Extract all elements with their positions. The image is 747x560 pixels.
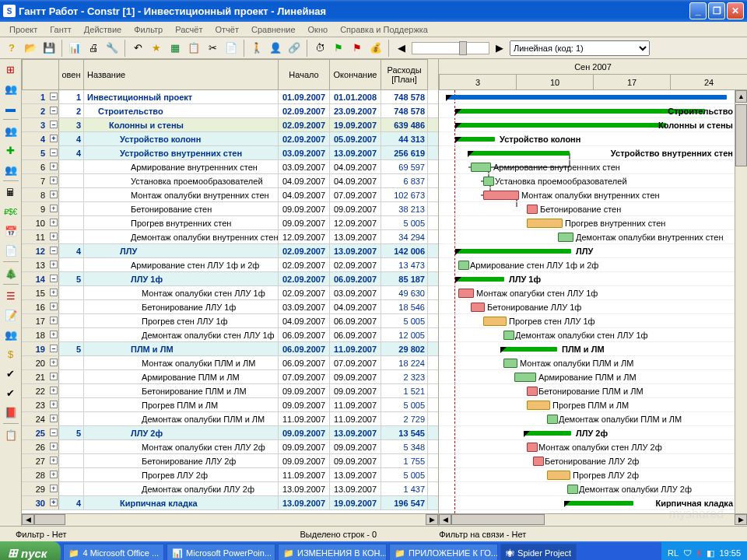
row-end[interactable]: 13.09.2007 xyxy=(330,230,381,243)
minimize-button[interactable]: _ xyxy=(689,2,707,19)
row-end[interactable]: 06.09.2007 xyxy=(330,314,381,327)
row-index[interactable]: 14– xyxy=(22,272,59,285)
row-cost[interactable]: 2 323 xyxy=(381,370,428,383)
row-name[interactable]: Прогрев ЛЛУ 2ф xyxy=(84,468,279,481)
row-cost[interactable]: 5 348 xyxy=(381,440,428,453)
gantt-bar[interactable] xyxy=(527,219,563,228)
gantt-bar[interactable] xyxy=(456,249,571,254)
gantt-row[interactable]: ЛЛУ 2ф xyxy=(439,426,747,440)
row-start[interactable]: 03.09.2007 xyxy=(279,160,330,173)
side-calendar-icon[interactable]: 📅 xyxy=(2,222,19,240)
gantt-row[interactable]: Монтаж опалубки стен ЛЛУ 2ф xyxy=(439,440,747,454)
row-name[interactable]: Бетонирование стен xyxy=(84,202,279,215)
expand-icon[interactable]: – xyxy=(50,121,58,128)
row-cost[interactable]: 748 578 xyxy=(381,90,428,103)
gantt-bar[interactable] xyxy=(483,177,494,186)
table-row[interactable]: 22+Бетонирование ПЛМ и ЛМ09.09.200709.09… xyxy=(22,384,438,398)
gantt-row[interactable]: Устройство колонн xyxy=(439,132,747,146)
gantt-row[interactable]: Прогрев ЛЛУ 2ф xyxy=(439,468,747,482)
row-cost[interactable]: 748 578 xyxy=(381,104,428,117)
gantt-bar[interactable] xyxy=(468,151,570,156)
table-row[interactable]: 11+Демонтаж опалубки внутренних стен12.0… xyxy=(22,230,438,244)
row-index[interactable]: 18+ xyxy=(22,328,59,341)
row-start[interactable]: 13.09.2007 xyxy=(279,482,330,495)
row-end[interactable]: 07.09.2007 xyxy=(330,188,381,201)
save-icon[interactable]: 💾 xyxy=(40,40,58,57)
row-start[interactable]: 09.09.2007 xyxy=(279,216,330,229)
row-end[interactable]: 09.09.2007 xyxy=(330,454,381,467)
row-cost[interactable]: 196 547 xyxy=(381,496,428,509)
expand-icon[interactable]: – xyxy=(50,345,58,352)
side-check-icon[interactable]: ✔ xyxy=(2,365,19,382)
expand-icon[interactable]: – xyxy=(50,149,58,156)
gantt-row[interactable]: Бетонирование ЛЛУ 2ф xyxy=(439,454,747,468)
table-row[interactable]: 19–5ПЛМ и ЛМ06.09.200711.09.200729 802 xyxy=(22,342,438,356)
row-cost[interactable]: 13 473 xyxy=(381,258,428,271)
row-name[interactable]: Демонтаж опалубки ЛЛУ 2ф xyxy=(84,482,279,495)
table-row[interactable]: 25–5ЛЛУ 2ф09.09.200713.09.200713 545 xyxy=(22,426,438,440)
row-start[interactable]: 06.09.2007 xyxy=(279,356,330,369)
row-end[interactable]: 11.09.2007 xyxy=(330,398,381,411)
gantt-bar[interactable] xyxy=(567,485,578,494)
row-name[interactable]: Бетонирование ЛЛУ 2ф xyxy=(84,454,279,467)
table-row[interactable]: 12–4ЛЛУ02.09.200713.09.2007142 006 xyxy=(22,244,438,258)
row-index[interactable]: 15+ xyxy=(22,286,59,299)
row-start[interactable]: 09.09.2007 xyxy=(279,454,330,467)
table-row[interactable]: 17+Прогрев стен ЛЛУ 1ф04.09.200706.09.20… xyxy=(22,314,438,328)
table-row[interactable]: 3–3Колонны и стены02.09.200719.09.200763… xyxy=(22,118,438,132)
gantt-row[interactable]: Армирование ПЛМ и ЛМ xyxy=(439,370,747,384)
paste-icon[interactable]: 📄 xyxy=(223,40,240,57)
table-row[interactable]: 18+Демонтаж опалубки стен ЛЛУ 1ф06.09.20… xyxy=(22,328,438,342)
gantt-row[interactable]: Демонтаж опалубки ПЛМ и ЛМ xyxy=(439,412,747,426)
row-index[interactable]: 16+ xyxy=(22,300,59,313)
gantt-row[interactable]: ПЛМ и ЛМ xyxy=(439,342,747,356)
row-index[interactable]: 27+ xyxy=(22,454,59,467)
row-end[interactable]: 06.09.2007 xyxy=(330,328,381,341)
gantt-hscroll[interactable]: ◀ ▶ xyxy=(439,513,747,526)
expand-icon[interactable]: + xyxy=(50,387,58,394)
row-start[interactable]: 02.09.2007 xyxy=(279,132,330,145)
row-name[interactable]: ЛЛУ xyxy=(84,244,279,257)
expand-icon[interactable]: + xyxy=(50,471,58,478)
zoom-slider[interactable] xyxy=(412,42,489,54)
system-tray[interactable]: RL 🛡 K ◧ 19:55 xyxy=(661,541,747,560)
row-start[interactable]: 09.09.2007 xyxy=(279,398,330,411)
row-start[interactable]: 06.09.2007 xyxy=(279,342,330,355)
col-end[interactable]: Окончание xyxy=(330,59,381,90)
table-row[interactable]: 27+Бетонирование ЛЛУ 2ф09.09.200709.09.2… xyxy=(22,454,438,468)
row-name[interactable]: Монтаж опалубки стен ЛЛУ 2ф xyxy=(84,440,279,453)
row-index[interactable]: 1– xyxy=(22,90,59,103)
row-end[interactable]: 09.09.2007 xyxy=(330,202,381,215)
row-start[interactable]: 02.09.2007 xyxy=(279,286,330,299)
table-row[interactable]: 10+Прогрев внутренних стен09.09.200712.0… xyxy=(22,216,438,230)
side-money-icon[interactable]: $ xyxy=(2,345,19,362)
row-start[interactable]: 02.09.2007 xyxy=(279,258,330,271)
expand-icon[interactable]: + xyxy=(50,289,58,296)
row-cost[interactable]: 12 005 xyxy=(381,328,428,341)
expand-icon[interactable]: + xyxy=(50,261,58,268)
row-index[interactable]: 12– xyxy=(22,244,59,257)
tray-clock[interactable]: 19:55 xyxy=(719,548,741,558)
gantt-bar[interactable] xyxy=(558,233,573,242)
taskbar-task[interactable]: 📁ИЗМЕНЕНИЯ В КОН... xyxy=(278,544,387,560)
person-icon[interactable]: 🚶 xyxy=(248,40,265,57)
row-start[interactable]: 07.09.2007 xyxy=(279,370,330,383)
flag2-icon[interactable]: ⚑ xyxy=(349,40,366,57)
gantt-row[interactable]: Колонны и стены xyxy=(439,118,747,132)
side-people-icon[interactable]: 👥 xyxy=(2,80,19,97)
row-index[interactable]: 20+ xyxy=(22,356,59,369)
row-name[interactable]: Прогрев ПЛМ и ЛМ xyxy=(84,398,279,411)
row-end[interactable]: 09.09.2007 xyxy=(330,440,381,453)
table-row[interactable]: 29+Демонтаж опалубки ЛЛУ 2ф13.09.200713.… xyxy=(22,482,438,496)
row-cost[interactable]: 34 294 xyxy=(381,230,428,243)
row-cost[interactable]: 18 546 xyxy=(381,300,428,313)
gantt-row[interactable]: Монтаж опалубки ПЛМ и ЛМ xyxy=(439,356,747,370)
gantt-vscroll[interactable]: ▲ xyxy=(735,90,747,513)
gantt-bar[interactable] xyxy=(514,373,536,382)
col-index[interactable] xyxy=(22,59,59,90)
gantt-bar[interactable] xyxy=(456,277,504,282)
row-name[interactable]: Бетонирование ПЛМ и ЛМ xyxy=(84,384,279,397)
expand-icon[interactable]: – xyxy=(50,107,58,114)
gantt-row[interactable]: Демонтаж опалубки ЛЛУ 2ф xyxy=(439,482,747,496)
tray-app-icon[interactable]: ◧ xyxy=(707,548,714,558)
